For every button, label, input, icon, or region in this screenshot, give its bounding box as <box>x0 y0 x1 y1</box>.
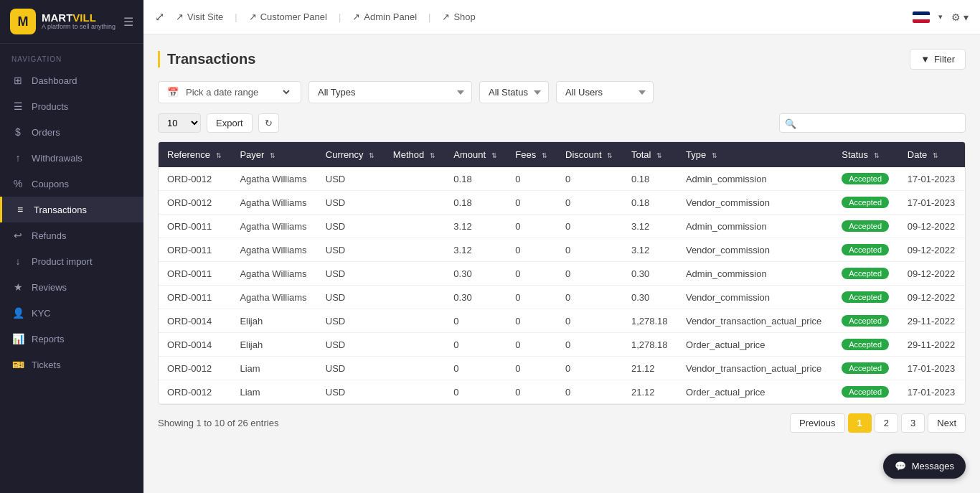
cell-method <box>385 380 446 404</box>
cell-reference: ORD-0014 <box>159 309 231 333</box>
status-filter-select[interactable]: All StatusAcceptedPendingRejected <box>479 81 549 103</box>
cell-date: 17-01-2023 <box>899 357 965 380</box>
cell-type: Vendor_transaction_actual_price <box>677 357 833 380</box>
filter-button[interactable]: ▼ Filter <box>910 49 966 70</box>
cell-fees: 0 <box>507 191 557 215</box>
previous-button[interactable]: Previous <box>790 413 845 433</box>
cell-reference: ORD-0012 <box>159 167 231 191</box>
page-1-button[interactable]: 1 <box>848 413 872 433</box>
cell-date: 09-12-2022 <box>899 262 965 286</box>
expand-icon[interactable]: ⤢ <box>155 10 164 24</box>
type-filter-select[interactable]: All TypesAdmin CommissionVendor Commissi… <box>308 81 472 103</box>
cell-reference: ORD-0011 <box>159 262 231 286</box>
col-currency[interactable]: Currency ⇅ <box>317 142 385 167</box>
date-range-select[interactable]: Pick a date range <box>183 86 292 98</box>
table-row: ORD-0012Agatha WilliamsUSD0.18000.18Vend… <box>159 191 965 215</box>
admin-panel-link[interactable]: ↗ Admin Panel <box>352 11 417 22</box>
sidebar-item-kyc[interactable]: 👤 KYC <box>0 300 143 326</box>
sidebar-item-label: Reports <box>32 334 65 344</box>
topbar: ⤢ ↗ Visit Site | ↗ Customer Panel | ↗ Ad… <box>143 0 980 34</box>
language-flag[interactable] <box>913 11 930 23</box>
cell-total: 1,278.18 <box>623 309 677 333</box>
customer-panel-link[interactable]: ↗ Customer Panel <box>249 11 327 22</box>
external-link-icon: ↗ <box>442 11 450 22</box>
col-type[interactable]: Type ⇅ <box>677 142 833 167</box>
cell-method <box>385 333 446 357</box>
page-2-button[interactable]: 2 <box>875 413 898 433</box>
cell-date: 17-01-2023 <box>899 191 965 215</box>
cell-currency: USD <box>317 215 385 238</box>
col-total[interactable]: Total ⇅ <box>623 142 677 167</box>
status-badge: Accepted <box>842 197 889 208</box>
cell-payer: Agatha Williams <box>231 191 316 215</box>
toolbar: 102550100 Export ↻ 🔍 <box>158 113 966 133</box>
cell-currency: USD <box>317 238 385 262</box>
sidebar-item-products[interactable]: ☰ Products <box>0 93 143 119</box>
status-badge: Accepted <box>842 268 889 279</box>
cell-type: Vendor_transaction_actual_price <box>677 309 833 333</box>
visit-site-link[interactable]: ↗ Visit Site <box>176 11 223 22</box>
external-link-icon: ↗ <box>249 11 257 22</box>
hamburger-icon[interactable]: ☰ <box>123 15 133 29</box>
col-amount[interactable]: Amount ⇅ <box>445 142 507 167</box>
topbar-right: ▾ ⚙ ▾ <box>913 11 969 23</box>
cell-payer: Agatha Williams <box>231 238 316 262</box>
status-badge: Accepted <box>842 244 889 255</box>
cell-type: Vendor_commission <box>677 238 833 262</box>
per-page-select[interactable]: 102550100 <box>158 113 201 133</box>
settings-icon[interactable]: ⚙ ▾ <box>951 11 969 23</box>
col-date[interactable]: Date ⇅ <box>899 142 965 167</box>
status-badge: Accepted <box>842 362 889 374</box>
search-icon: 🔍 <box>785 118 796 128</box>
sidebar-item-product-import[interactable]: ↓ Product import <box>0 248 143 274</box>
sidebar-item-dashboard[interactable]: ⊞ Dashboard <box>0 67 143 93</box>
cell-date: 17-01-2023 <box>899 380 965 404</box>
col-reference[interactable]: Reference ⇅ <box>159 142 231 167</box>
sidebar-item-withdrawals[interactable]: ↑ Withdrawals <box>0 145 143 171</box>
cell-discount: 0 <box>557 286 623 309</box>
sidebar-item-reviews[interactable]: ★ Reviews <box>0 274 143 300</box>
sidebar-item-tickets[interactable]: 🎫 Tickets <box>0 352 143 377</box>
sidebar-item-reports[interactable]: 📊 Reports <box>0 326 143 352</box>
next-button[interactable]: Next <box>928 413 966 433</box>
sidebar-item-transactions[interactable]: ≡ Transactions <box>0 197 143 222</box>
sidebar-item-orders[interactable]: $ Orders <box>0 119 143 145</box>
kyc-icon: 👤 <box>11 307 24 319</box>
sidebar-item-coupons[interactable]: % Coupons <box>0 171 143 197</box>
export-button[interactable]: Export <box>207 113 253 133</box>
refunds-icon: ↩ <box>11 230 24 241</box>
chevron-down-icon[interactable]: ▾ <box>938 12 943 22</box>
col-method[interactable]: Method ⇅ <box>385 142 446 167</box>
col-discount[interactable]: Discount ⇅ <box>557 142 623 167</box>
dashboard-icon: ⊞ <box>11 75 24 86</box>
logo-mart: MART <box>42 11 72 24</box>
date-range-filter[interactable]: 📅 Pick a date range <box>158 81 301 103</box>
col-fees[interactable]: Fees ⇅ <box>507 142 557 167</box>
cell-amount: 3.12 <box>445 215 507 238</box>
filters-row: 📅 Pick a date range All TypesAdmin Commi… <box>158 81 966 103</box>
transactions-icon: ≡ <box>14 204 27 215</box>
messages-button[interactable]: 💬 Messages <box>883 454 966 479</box>
search-input[interactable] <box>779 113 966 133</box>
col-status[interactable]: Status ⇅ <box>833 142 899 167</box>
page-title: Transactions <box>158 51 255 67</box>
sidebar-item-label: Orders <box>32 127 60 138</box>
cell-method <box>385 286 446 309</box>
cell-currency: USD <box>317 167 385 191</box>
cell-date: 09-12-2022 <box>899 238 965 262</box>
refresh-button[interactable]: ↻ <box>258 113 279 133</box>
sidebar-item-refunds[interactable]: ↩ Refunds <box>0 222 143 248</box>
nav-section-label: NAVIGATION <box>0 44 143 67</box>
cell-type: Admin_commission <box>677 262 833 286</box>
external-link-icon: ↗ <box>352 11 360 22</box>
external-link-icon: ↗ <box>176 11 184 22</box>
cell-fees: 0 <box>507 262 557 286</box>
table-header-row: Reference ⇅ Payer ⇅ Currency ⇅ Method ⇅ … <box>159 142 965 167</box>
cell-total: 3.12 <box>623 215 677 238</box>
users-filter-select[interactable]: All UsersAgatha WilliamsElijahLiam <box>556 81 654 103</box>
page-3-button[interactable]: 3 <box>901 413 925 433</box>
sidebar: M MARTVILL A platform to sell anything ☰… <box>0 0 143 493</box>
shop-link[interactable]: ↗ Shop <box>442 11 475 22</box>
col-payer[interactable]: Payer ⇅ <box>231 142 316 167</box>
table-row: ORD-0014ElijahUSD0001,278.18Order_actual… <box>159 333 965 357</box>
